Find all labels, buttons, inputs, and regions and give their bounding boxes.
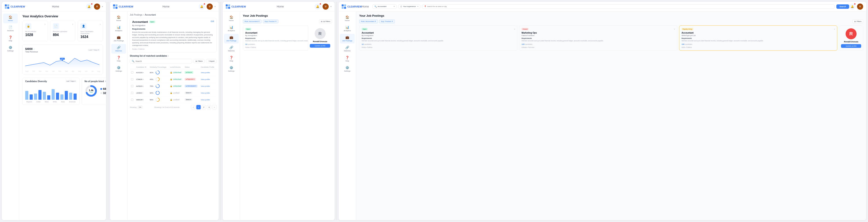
view-profile-1[interactable]: View profile	[201, 71, 210, 73]
p4-update-profile-button[interactable]: Update profile	[841, 44, 861, 48]
sim-pct-3: 79%	[150, 85, 155, 87]
per-page-select[interactable]: 5 ▾	[137, 106, 143, 109]
sidebar2-item-jobs[interactable]: 💼 Job Postings	[111, 34, 126, 43]
stat-card-resume: 📄 Resume uploaded 894 ›	[50, 21, 75, 41]
view-profile-5[interactable]: View profile	[201, 99, 210, 101]
page-2-btn[interactable]: 2	[202, 105, 206, 109]
sidebar-item-invoices[interactable]: 📄 Invoices	[3, 24, 18, 33]
chevron-down-icon2: ▾	[215, 5, 216, 8]
row4-check[interactable]	[131, 92, 133, 94]
p4-chip-exp[interactable]: Exp: Fresher ✕	[379, 20, 395, 23]
search-submit-button[interactable]: Search	[836, 4, 849, 9]
next-page-btn[interactable]: ›	[212, 105, 217, 109]
revenue-section: $4000 ↑ Total Revenue Last 7 days ▾	[22, 44, 103, 74]
cand-id-5: H8842R ›	[136, 99, 144, 101]
view-profile-2[interactable]: View profile	[201, 78, 210, 81]
panel4-filter-chips: Role: Accountant ✕ Exp: Fresher ✕ 🗂 Filt…	[359, 20, 863, 23]
panel4-main: Your Job Postings Role: Accountant ✕ Exp…	[356, 11, 866, 220]
sidebar2-item-analytics[interactable]: 📊 Analytics	[111, 24, 126, 33]
location-wrap[interactable]: 📍	[422, 4, 835, 9]
filters-button[interactable]: 🗂 🗂 Filters	[319, 20, 332, 23]
jobs-icon3: 💼	[229, 36, 233, 39]
row3-check[interactable]	[131, 85, 133, 87]
notification-icon3[interactable]: 🔔	[315, 3, 321, 10]
row5-check[interactable]	[131, 99, 133, 101]
candidate-search-input[interactable]	[135, 60, 190, 62]
row2-check[interactable]	[131, 78, 133, 81]
month-jun: Jun	[85, 70, 87, 72]
analytics-icon: 📊	[117, 26, 121, 29]
page-3-btn[interactable]: 3	[207, 105, 211, 109]
month-sept: Sept	[25, 70, 28, 72]
sidebar3-item-jobs[interactable]: 💼 Job Postings	[224, 34, 239, 43]
bar-hispanic-d	[30, 94, 33, 100]
chip-role[interactable]: Role: Accountant ✕	[243, 20, 261, 23]
bar-asian-d	[65, 91, 68, 100]
p4-chip-exp-close[interactable]: ✕	[392, 21, 393, 22]
page-1-btn[interactable]: 1	[196, 105, 201, 109]
search-input-wrap[interactable]: 🔍	[130, 59, 192, 63]
header-title3: Home	[277, 5, 284, 8]
sidebar-item-settings[interactable]: ⚙️ Settings	[3, 44, 18, 54]
hired-total: 1.4k	[89, 89, 93, 92]
p4-jpc2-arrow[interactable]: ›	[674, 28, 675, 30]
sidebar2-label-home: Home	[116, 20, 121, 22]
notification-icon4[interactable]: 🔔	[849, 3, 855, 10]
filter-button[interactable]: 🗂 Filters	[193, 59, 205, 63]
sim-pct-5: 56%	[150, 99, 155, 101]
role-search-wrap[interactable]: 🔍 Accountant ▾	[372, 4, 397, 9]
chip-role-close[interactable]: ✕	[258, 21, 260, 22]
revenue-period[interactable]: Last 7 days ▾	[88, 49, 100, 52]
sidebar4-item-help[interactable]: ❓ Help	[340, 54, 354, 64]
sidebar3-item-matches[interactable]: 🔗 Matches	[224, 44, 239, 54]
chip-exp-close[interactable]: ✕	[275, 21, 277, 22]
view-profile-3[interactable]: View profile	[201, 85, 210, 87]
sidebar2-item-matches[interactable]: 🔗 Matches	[111, 44, 126, 54]
update-profile-button[interactable]: Update profile	[310, 44, 330, 47]
sidebar-item-help[interactable]: ❓ Help	[3, 34, 18, 43]
chart-labels: Sept Oct Nov Dec Jan Feb Mar Apr May Jun…	[25, 70, 100, 72]
hired-card: No of people hired Last 7 days ▾ 1.4k +9…	[82, 77, 106, 105]
bar-asian-2	[65, 91, 68, 100]
breadcrumb-parent[interactable]: Job Postings	[130, 13, 142, 16]
sidebar3-item-analytics[interactable]: 📊 Analytics	[224, 24, 239, 33]
edit-button[interactable]: Edit	[211, 20, 214, 22]
sidebar4-item-analytics[interactable]: 📊 Analytics	[340, 24, 354, 33]
notification-icon2[interactable]: 🔔	[199, 3, 205, 10]
p4-chip-role-close[interactable]: ✕	[375, 21, 376, 22]
exp-wrap[interactable]: 🗓 Your experience ▾	[398, 4, 420, 9]
p4-jpc2-count: 120	[522, 43, 524, 45]
notification-icon[interactable]: 🔔	[86, 3, 92, 10]
sidebar2-item-home[interactable]: 🏠 Home	[111, 13, 126, 23]
export-button[interactable]: ↑ Export	[206, 59, 217, 63]
sidebar3-item-help[interactable]: ❓ Help	[224, 54, 239, 64]
diversity-title: Candidates Diversity	[25, 80, 47, 83]
sim-circle-5	[155, 97, 160, 102]
lock-5: 🔒 Locked	[170, 99, 179, 101]
p4-jpc1-arrow[interactable]: ›	[514, 28, 515, 30]
p4-filters-btn[interactable]: 🗂 Filters	[852, 20, 863, 23]
sidebar2-item-settings[interactable]: ⚙️ Settings	[111, 64, 126, 74]
diversity-period[interactable]: Last 7 days ▾	[65, 80, 76, 83]
sidebar-item-home[interactable]: 🏠 Home	[3, 13, 18, 23]
p4-chip-role[interactable]: Role: Accountant ✕	[359, 20, 378, 23]
sidebar4-item-settings[interactable]: ⚙️ Settings	[340, 64, 354, 74]
sidebar3-item-home[interactable]: 🏠 Home	[224, 13, 239, 23]
chip-exp[interactable]: Exp: Fresher ✕	[263, 20, 278, 23]
donut-center: 1.4k +9%	[89, 89, 93, 93]
view-profile-4[interactable]: View profile	[201, 92, 210, 94]
chevron-down-icon3: ▾	[331, 5, 332, 8]
sidebar4-item-home[interactable]: 🏠 Home	[340, 13, 354, 23]
month-jul: Jul	[92, 70, 94, 72]
sidebar4-item-jobs[interactable]: 💼 Job Postings	[340, 34, 354, 43]
p4-jpc3-count: 130	[682, 43, 684, 45]
prev-page-btn[interactable]: ‹	[191, 105, 195, 109]
location-input[interactable]	[427, 5, 833, 7]
sidebar4-item-matches[interactable]: 🔗 Matches	[340, 44, 354, 54]
row1-check[interactable]	[131, 71, 133, 73]
p4-jpc3-arrow[interactable]: ›	[834, 28, 835, 30]
settings-icon4: ⚙️	[345, 66, 349, 69]
sidebar2-item-help[interactable]: ❓ Help	[111, 54, 126, 64]
hired-period[interactable]: Last 7 days ▾	[104, 80, 106, 83]
sidebar3-item-settings[interactable]: ⚙️ Settings	[224, 64, 239, 74]
